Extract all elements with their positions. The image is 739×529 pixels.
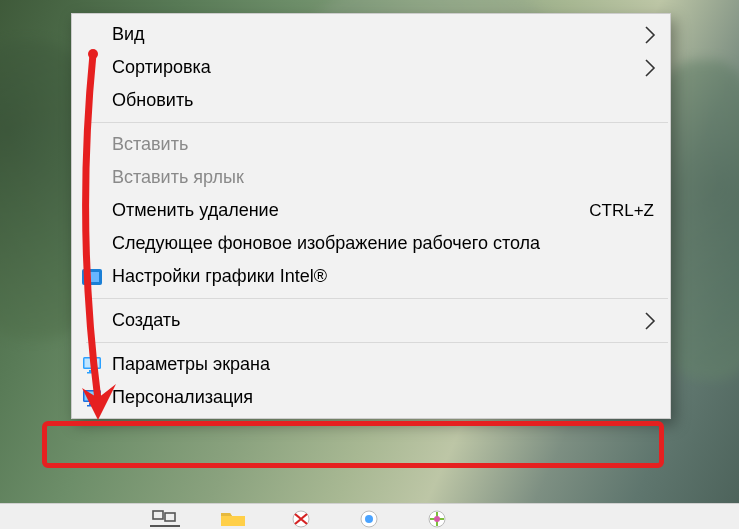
app-icon[interactable] xyxy=(286,507,316,529)
menu-item-personalize[interactable]: Персонализация xyxy=(72,381,670,414)
svg-rect-1 xyxy=(85,272,99,282)
menu-item-label: Сортировка xyxy=(112,57,654,78)
personalize-icon xyxy=(81,387,103,409)
svg-rect-5 xyxy=(87,372,97,374)
menu-item-paste: Вставить xyxy=(72,128,670,161)
menu-item-label: Следующее фоновое изображение рабочего с… xyxy=(112,233,654,254)
menu-item-label: Параметры экрана xyxy=(112,354,654,375)
task-view-icon[interactable] xyxy=(150,507,180,529)
svg-rect-12 xyxy=(165,513,175,521)
menu-item-view[interactable]: Вид xyxy=(72,18,670,51)
svg-rect-4 xyxy=(89,370,95,372)
menu-item-undo-delete[interactable]: Отменить удаление CTRL+Z xyxy=(72,194,670,227)
menu-item-label: Обновить xyxy=(112,90,654,111)
annotation-highlight-box xyxy=(42,421,664,468)
svg-rect-13 xyxy=(150,525,180,527)
app-icon[interactable] xyxy=(354,507,384,529)
svg-point-16 xyxy=(365,515,373,523)
menu-separator xyxy=(86,342,668,343)
menu-item-refresh[interactable]: Обновить xyxy=(72,84,670,117)
chevron-right-icon xyxy=(644,25,656,45)
svg-point-18 xyxy=(434,516,440,522)
svg-rect-3 xyxy=(85,358,100,367)
menu-item-intel-graphics[interactable]: Настройки графики Intel® xyxy=(72,260,670,293)
chevron-right-icon xyxy=(644,58,656,78)
svg-rect-8 xyxy=(89,403,95,405)
menu-item-label: Персонализация xyxy=(112,387,654,408)
menu-item-label: Вставить xyxy=(112,134,654,155)
svg-rect-11 xyxy=(153,511,163,519)
svg-rect-9 xyxy=(87,405,97,407)
menu-separator xyxy=(86,298,668,299)
intel-icon xyxy=(81,266,103,288)
menu-item-display-settings[interactable]: Параметры экрана xyxy=(72,348,670,381)
menu-item-label: Вид xyxy=(112,24,654,45)
menu-item-paste-shortcut: Вставить ярлык xyxy=(72,161,670,194)
menu-item-shortcut: CTRL+Z xyxy=(589,201,654,221)
desktop-context-menu: Вид Сортировка Обновить Вставить Вставит… xyxy=(71,13,671,419)
menu-separator xyxy=(86,122,668,123)
menu-item-label: Создать xyxy=(112,310,654,331)
menu-item-next-wallpaper[interactable]: Следующее фоновое изображение рабочего с… xyxy=(72,227,670,260)
file-explorer-icon[interactable] xyxy=(218,507,248,529)
app-icon[interactable] xyxy=(422,507,452,529)
menu-item-new[interactable]: Создать xyxy=(72,304,670,337)
taskbar[interactable] xyxy=(0,503,739,529)
monitor-icon xyxy=(81,354,103,376)
menu-item-label: Вставить ярлык xyxy=(112,167,654,188)
menu-item-label: Отменить удаление xyxy=(112,200,569,221)
chevron-right-icon xyxy=(644,311,656,331)
menu-item-sort[interactable]: Сортировка xyxy=(72,51,670,84)
menu-item-label: Настройки графики Intel® xyxy=(112,266,654,287)
